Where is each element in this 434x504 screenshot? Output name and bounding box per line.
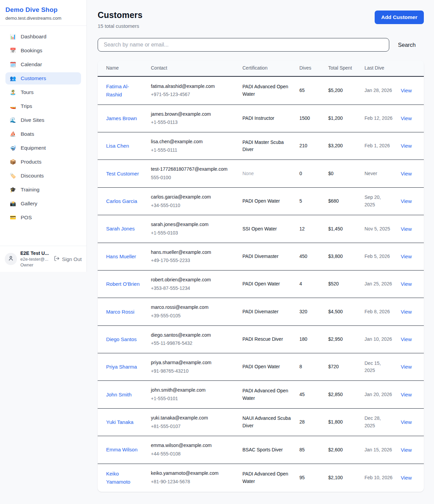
sidebar-item-label: Customers — [21, 75, 46, 81]
customer-name-link[interactable]: John Smith — [106, 392, 132, 397]
view-link[interactable]: View — [401, 364, 412, 370]
sidebar-item-trips[interactable]: 🚤Trips — [5, 100, 81, 112]
view-link[interactable]: View — [401, 281, 412, 287]
view-link[interactable]: View — [401, 88, 412, 93]
view-link[interactable]: View — [401, 143, 412, 149]
sidebar-item-customers[interactable]: 👥Customers — [5, 72, 81, 85]
view-link[interactable]: View — [401, 309, 412, 315]
customer-name-link[interactable]: Priya Sharma — [106, 364, 137, 370]
last-dive-date: Feb 8, 2026 — [364, 309, 390, 314]
sidebar-item-label: Gallery — [21, 201, 37, 207]
search-input[interactable] — [98, 38, 389, 52]
user-info: E2E Test U... e2e-tester@... Owner — [20, 250, 50, 267]
last-dive-cell: Sep 20, 2025 — [360, 187, 397, 215]
certification-cell: PADI Advanced Open Water — [238, 76, 295, 105]
total-spent-cell: $2,950 — [324, 325, 360, 353]
customer-email: fatima.alrashid@example.com — [151, 83, 234, 90]
contact-cell: sarah.jones@example.com+1-555-0103 — [147, 215, 238, 243]
column-header-actions — [397, 60, 424, 76]
dives-cell: 5 — [295, 187, 324, 215]
name-cell: James Brown — [98, 105, 147, 132]
customer-name-link[interactable]: Test Customer — [106, 171, 139, 176]
view-link[interactable]: View — [401, 115, 412, 121]
customer-name-link[interactable]: Carlos Garcia — [106, 198, 137, 204]
sidebar-item-discounts[interactable]: 🏷️Discounts — [5, 170, 81, 182]
customer-name-link[interactable]: Hans Mueller — [106, 254, 136, 259]
customer-name-link[interactable]: Marco Rossi — [106, 309, 134, 315]
name-cell: Keiko Yamamoto — [98, 464, 147, 492]
last-dive-cell: Jan 20, 2026 — [360, 381, 397, 408]
total-spent-cell: $3,800 — [324, 243, 360, 270]
last-dive-date: Never — [364, 171, 377, 176]
view-link[interactable]: View — [401, 475, 412, 481]
customer-phone: +1-555-0103 — [151, 229, 234, 237]
actions-cell: View — [397, 105, 424, 132]
customer-name-link[interactable]: Sarah Jones — [106, 226, 135, 231]
graduation-cap-icon: 🎓 — [9, 187, 16, 193]
contact-cell: diego.santos@example.com+55-11-99876-543… — [147, 325, 238, 353]
customer-name-link[interactable]: James Brown — [106, 115, 137, 121]
sign-out-button[interactable]: Sign Out — [54, 256, 82, 262]
customer-name-link[interactable]: Robert O'Brien — [106, 281, 140, 287]
customer-email: priya.sharma@example.com — [151, 359, 234, 367]
view-link[interactable]: View — [401, 419, 412, 425]
sidebar-item-equipment[interactable]: 🤿Equipment — [5, 142, 81, 154]
contact-cell: robert.obrien@example.com+353-87-555-123… — [147, 270, 238, 298]
view-link[interactable]: View — [401, 198, 412, 204]
sidebar-item-dashboard[interactable]: 📊Dashboard — [5, 31, 81, 43]
sidebar-item-label: Discounts — [21, 173, 44, 179]
view-link[interactable]: View — [401, 171, 412, 176]
customer-email: sarah.jones@example.com — [151, 221, 234, 228]
certification-cell: PADI Divemaster — [238, 298, 295, 325]
customer-phone: +353-87-555-1234 — [151, 285, 234, 292]
view-link[interactable]: View — [401, 226, 412, 232]
sidebar-item-pos[interactable]: 💳POS — [5, 211, 81, 224]
customer-name-link[interactable]: Lisa Chen — [106, 143, 129, 149]
customer-certification: PADI Advanced Open Water — [242, 471, 288, 484]
certification-cell: PADI Master Scuba Diver — [238, 132, 295, 160]
view-link[interactable]: View — [401, 392, 412, 397]
sidebar-item-label: Dashboard — [21, 34, 46, 40]
sidebar-item-bookings[interactable]: 📅Bookings — [5, 44, 81, 57]
customer-email: carlos.garcia@example.com — [151, 193, 234, 201]
customer-phone: +55-11-99876-5432 — [151, 340, 234, 347]
view-link[interactable]: View — [401, 336, 412, 342]
contact-cell: emma.wilson@example.com+44-555-0108 — [147, 436, 238, 464]
sidebar-item-tours[interactable]: 🏝️Tours — [5, 86, 81, 98]
user-name: E2E Test U... — [20, 250, 50, 256]
customer-certification: NAUI Advanced Scuba Diver — [242, 415, 291, 428]
customer-email: diego.santos@example.com — [151, 332, 234, 339]
customer-count: 15 total customers — [98, 23, 142, 29]
sidebar-item-products[interactable]: 📦Products — [5, 156, 81, 168]
sidebar-item-calendar[interactable]: 🗓️Calendar — [5, 58, 81, 71]
sidebar-item-label: Equipment — [21, 145, 46, 151]
total-spent-cell: $3,200 — [324, 132, 360, 160]
sidebar-item-boats[interactable]: ⛵Boats — [5, 128, 81, 140]
search-button[interactable]: Search — [390, 42, 424, 48]
actions-cell: View — [397, 76, 424, 105]
name-cell: Fatima Al-Rashid — [98, 76, 147, 105]
package-icon: 📦 — [9, 159, 16, 165]
sidebar-item-gallery[interactable]: 📸Gallery — [5, 198, 81, 210]
sidebar-item-dive-sites[interactable]: 🌊Dive Sites — [5, 114, 81, 126]
total-spent-cell: $2,600 — [324, 436, 360, 464]
customer-email: hans.mueller@example.com — [151, 249, 234, 256]
last-dive-date: Feb 1, 2026 — [364, 143, 390, 148]
sidebar-item-label: Tours — [21, 89, 34, 95]
dives-cell: 320 — [295, 298, 324, 325]
name-cell: Lisa Chen — [98, 132, 147, 160]
sidebar-item-label: Boats — [21, 131, 34, 137]
sidebar-item-training[interactable]: 🎓Training — [5, 184, 81, 196]
total-spent-cell: $4,500 — [324, 298, 360, 325]
customer-name-link[interactable]: Diego Santos — [106, 336, 137, 342]
view-link[interactable]: View — [401, 447, 412, 453]
actions-cell: View — [397, 408, 424, 436]
view-link[interactable]: View — [401, 254, 412, 259]
customer-name-link[interactable]: Fatima Al-Rashid — [106, 83, 129, 97]
customer-name-link[interactable]: Emma Wilson — [106, 447, 138, 452]
customer-name-link[interactable]: Yuki Tanaka — [106, 419, 134, 425]
add-customer-button[interactable]: Add Customer — [375, 11, 424, 24]
customer-certification: None — [242, 171, 254, 176]
customer-name-link[interactable]: Keiko Yamamoto — [106, 471, 130, 485]
actions-cell: View — [397, 353, 424, 381]
